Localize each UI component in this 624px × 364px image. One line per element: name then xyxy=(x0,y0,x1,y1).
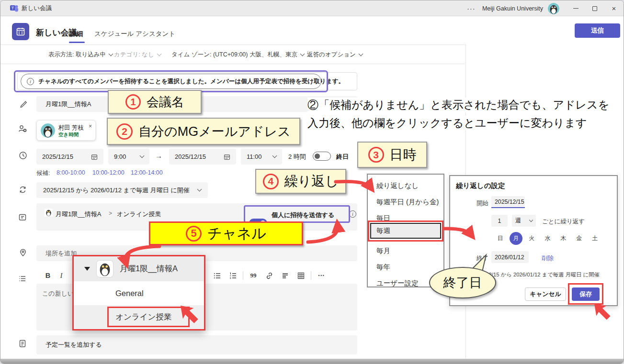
bullet-list-button[interactable] xyxy=(211,270,223,281)
account-avatar[interactable] xyxy=(548,3,559,14)
suggestions-label: 候補: xyxy=(36,169,50,177)
start-time-input[interactable]: 9:00 xyxy=(108,149,149,165)
note-line-1: ②「候補がありません」と表示された場合でも、アドレスを xyxy=(307,98,609,112)
caret-down-icon xyxy=(84,267,90,271)
start-date-input[interactable]: 2025/12/15 xyxy=(36,149,103,165)
note-line-2: 入力後、他の欄をクリックするとユーザーに変わります xyxy=(307,116,587,131)
agenda-input[interactable]: 予定一覧を追加する xyxy=(36,335,357,354)
attendee-chip[interactable]: 村田 芳枝 空き時間 × xyxy=(36,120,96,141)
end-time-input[interactable]: 11:00 xyxy=(241,149,282,165)
calendar-icon xyxy=(224,154,230,160)
add-attendee-icon xyxy=(18,124,27,133)
callout-3-label: 日時 xyxy=(390,146,417,164)
team-avatar-icon xyxy=(45,209,53,219)
link-button[interactable] xyxy=(263,270,275,281)
dialog-interval-input[interactable]: 1 xyxy=(491,215,508,227)
active-tab-underline xyxy=(69,42,85,43)
show-as-dropdown[interactable]: 表示方法: 取り込み中 xyxy=(48,51,113,59)
day-monday[interactable]: 月 xyxy=(510,232,522,245)
menu-item-yearly[interactable]: 毎年 xyxy=(368,259,443,275)
channel-team-name[interactable]: 月曜1限__情報A xyxy=(56,210,101,219)
day-friday[interactable]: 金 xyxy=(573,232,586,245)
end-date-input[interactable]: 2025/12/15 xyxy=(169,149,236,165)
callout-4-label: 繰り返し xyxy=(284,172,339,190)
chevron-down-icon xyxy=(358,52,363,56)
chevron-down-icon xyxy=(140,154,145,158)
day-wednesday[interactable]: 水 xyxy=(541,232,554,245)
day-sunday[interactable]: 日 xyxy=(494,232,507,245)
remove-attendee-icon[interactable]: × xyxy=(89,123,92,130)
day-saturday[interactable]: 土 xyxy=(589,232,601,245)
cancel-button[interactable]: キャンセル xyxy=(525,287,566,301)
toolbar-divider xyxy=(243,271,243,280)
quote-button[interactable]: 99 xyxy=(248,270,259,281)
italic-button[interactable]: I xyxy=(56,270,67,281)
callout-4-recurrence: 4 繰り返し xyxy=(255,169,346,194)
more-options-icon[interactable]: ··· xyxy=(316,270,327,281)
timezone-dropdown[interactable]: タイム ゾーン: (UTC+09:00) 大阪、札幌、東京 xyxy=(171,51,304,59)
window-title: 新しい会議 xyxy=(22,4,52,12)
annotation-red-box-channel-option xyxy=(107,307,190,327)
chevron-down-icon xyxy=(529,218,533,221)
response-options-dropdown[interactable]: 返答のオプション xyxy=(307,51,363,59)
calendar-icon xyxy=(91,154,98,160)
day-thursday[interactable]: 木 xyxy=(557,232,570,245)
notes-icon xyxy=(18,339,27,348)
chevron-down-icon xyxy=(197,187,202,192)
callout-1-number: 1 xyxy=(125,94,141,110)
all-day-toggle[interactable] xyxy=(313,152,331,161)
chevron-down-icon xyxy=(272,154,277,158)
svg-text:T: T xyxy=(11,6,14,11)
dialog-start-date-input[interactable]: 2025/12/15 xyxy=(491,196,525,208)
tab-details[interactable]: 詳細 xyxy=(70,30,83,38)
teams-new-meeting-window: T 新しい会議 ··· Meiji Gakuin University × 新し… xyxy=(0,0,624,364)
clock-icon xyxy=(19,151,27,160)
titlebar: T 新しい会議 ··· Meiji Gakuin University × xyxy=(0,0,624,16)
align-button[interactable] xyxy=(279,270,291,281)
teams-logo-icon: T xyxy=(10,4,18,14)
menu-item-weekdays[interactable]: 毎週平日 (月から金) xyxy=(368,194,443,210)
channel-name[interactable]: オンライン授業 xyxy=(117,210,161,219)
dialog-unit-dropdown[interactable]: 週 xyxy=(512,215,536,227)
tab-schedule-assistant[interactable]: スケジュール アシスタント xyxy=(94,30,175,38)
chevron-down-icon xyxy=(300,52,305,56)
window-bottom-edge xyxy=(0,359,624,364)
channel-option-general[interactable]: General xyxy=(74,281,204,305)
titlebar-more-icon[interactable]: ··· xyxy=(460,4,482,12)
table-button[interactable] xyxy=(295,270,306,281)
callout-2-number: 2 xyxy=(116,123,133,140)
numbered-list-button[interactable] xyxy=(227,270,238,281)
delete-end-date-link[interactable]: 削除 xyxy=(542,254,554,263)
bold-button[interactable]: B xyxy=(42,270,54,281)
location-pin-icon xyxy=(19,248,27,257)
meeting-calendar-icon xyxy=(12,23,29,40)
menu-item-no-repeat[interactable]: 繰り返しなし xyxy=(368,177,443,194)
dialog-end-date-input[interactable]: 2026/01/12 xyxy=(491,251,529,263)
callout-4-number: 4 xyxy=(263,174,279,189)
maximize-button[interactable] xyxy=(585,0,604,16)
chevron-down-icon xyxy=(109,52,113,56)
minimize-button[interactable] xyxy=(566,0,585,16)
recurrence-dropdown[interactable]: 2025/12/15 から 2026/01/12 まで毎週 月曜日 に開催 xyxy=(36,182,208,198)
header-divider xyxy=(0,44,465,45)
callout-3-datetime: 3 日時 xyxy=(357,142,427,168)
channel-picker-team-header[interactable]: 月曜1限__情報A xyxy=(74,256,204,281)
send-button[interactable]: 送信 xyxy=(575,23,620,38)
weekday-selector: 日 月 火 水 木 金 土 xyxy=(494,232,601,245)
menu-item-monthly[interactable]: 毎月 xyxy=(368,243,443,259)
suggestion-time-link[interactable]: 8:00-10:00 xyxy=(57,169,85,176)
category-dropdown[interactable]: カテゴリ: なし xyxy=(114,51,161,59)
callout-5-channel: 5 チャネル xyxy=(149,221,303,245)
duration-label: 2 時間 xyxy=(288,153,306,161)
suggestion-time-link[interactable]: 12:00-14:00 xyxy=(131,169,163,176)
team-avatar-icon xyxy=(97,261,113,277)
callout-1-label: 会議名 xyxy=(147,94,184,110)
editor-toolbar-right: 99 ··· xyxy=(211,267,357,284)
day-tuesday[interactable]: 火 xyxy=(525,232,538,245)
chevron-down-icon xyxy=(157,52,161,56)
annotation-red-box-weekly xyxy=(368,221,443,242)
suggestion-time-link[interactable]: 10:00-12:00 xyxy=(92,169,125,176)
callout-3-number: 3 xyxy=(368,147,384,163)
close-button[interactable]: × xyxy=(604,0,624,16)
repeat-suffix-label: ごとに繰り返す xyxy=(542,218,585,226)
